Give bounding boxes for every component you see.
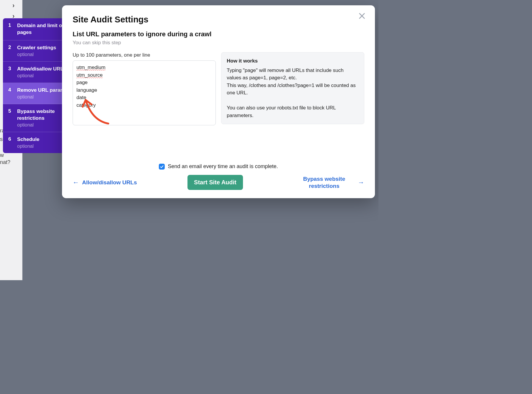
check-icon: [160, 165, 164, 169]
step-number: 1: [8, 22, 17, 36]
skip-hint: You can skip this step: [73, 40, 364, 46]
info-body-line: You can also use your robots.txt file to…: [227, 104, 359, 119]
email-notification-checkbox[interactable]: [159, 164, 165, 170]
next-step-label: Bypass website restrictions: [293, 175, 355, 190]
arrow-right-icon: →: [358, 178, 364, 187]
site-audit-settings-modal: Site Audit Settings List URL parameters …: [62, 5, 375, 198]
step-number: 6: [8, 136, 17, 149]
close-button[interactable]: [358, 12, 367, 21]
step-number: 5: [8, 108, 17, 128]
step-number: 3: [8, 66, 17, 78]
background-text: w: [0, 152, 4, 158]
start-site-audit-button[interactable]: Start Site Audit: [187, 175, 243, 190]
email-notification-label: Send an email every time an audit is com…: [168, 163, 278, 170]
arrow-left-icon: ←: [73, 179, 79, 186]
background-text: nat?: [0, 159, 10, 165]
step-number: 4: [8, 87, 17, 100]
prev-step-label: Allow/disallow URLs: [82, 179, 137, 186]
info-title: How it works: [227, 57, 359, 65]
parameters-label: Up to 100 parameters, one per line: [73, 52, 216, 58]
chevron-right-icon[interactable]: ›: [12, 2, 14, 9]
next-step-link[interactable]: Bypass website restrictions →: [293, 175, 364, 190]
info-body-line: Typing "page" will remove all URLs that …: [227, 67, 359, 82]
info-body-line: This way, /clothes and /clothes?page=1 w…: [227, 82, 359, 97]
how-it-works-panel: How it works Typing "page" will remove a…: [221, 52, 364, 124]
url-parameters-textarea[interactable]: utm_mediumutm_sourcepagelanguagedatecate…: [73, 60, 216, 125]
close-icon: [358, 12, 366, 20]
prev-step-link[interactable]: ← Allow/disallow URLs: [73, 179, 137, 186]
section-heading: List URL parameters to ignore during a c…: [73, 30, 364, 38]
step-number: 2: [8, 45, 17, 57]
modal-title: Site Audit Settings: [73, 15, 364, 24]
